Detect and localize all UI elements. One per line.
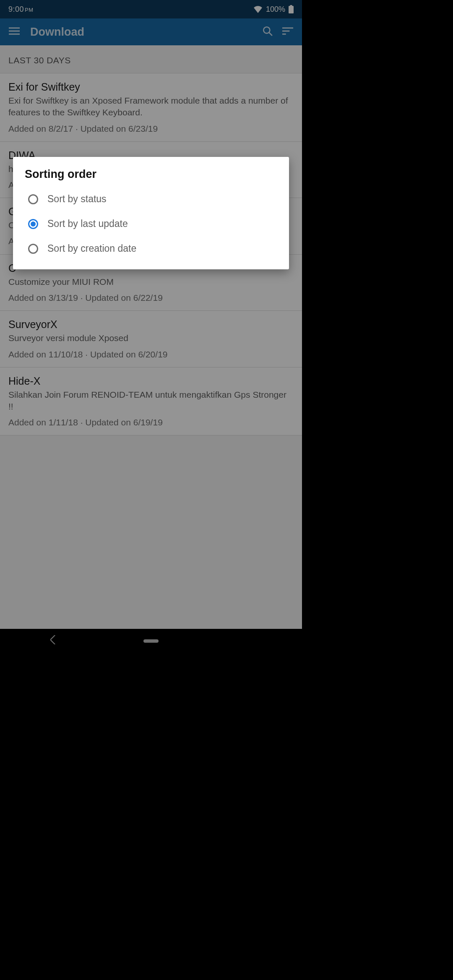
dialog-title: Sorting order [13,168,289,187]
dialog-scrim[interactable] [0,0,302,629]
radio-icon [28,219,38,229]
sort-option-last-update[interactable]: Sort by last update [13,211,289,236]
radio-label: Sort by creation date [47,243,136,254]
radio-label: Sort by last update [47,218,128,229]
radio-icon [28,194,38,204]
sort-option-status[interactable]: Sort by status [13,187,289,211]
back-icon[interactable] [50,635,56,647]
system-nav-bar [0,629,302,653]
radio-icon [28,244,38,254]
radio-label: Sort by status [47,193,107,205]
home-pill[interactable] [143,639,159,643]
sort-option-creation-date[interactable]: Sort by creation date [13,236,289,261]
sorting-order-dialog: Sorting order Sort by status Sort by las… [13,157,289,269]
